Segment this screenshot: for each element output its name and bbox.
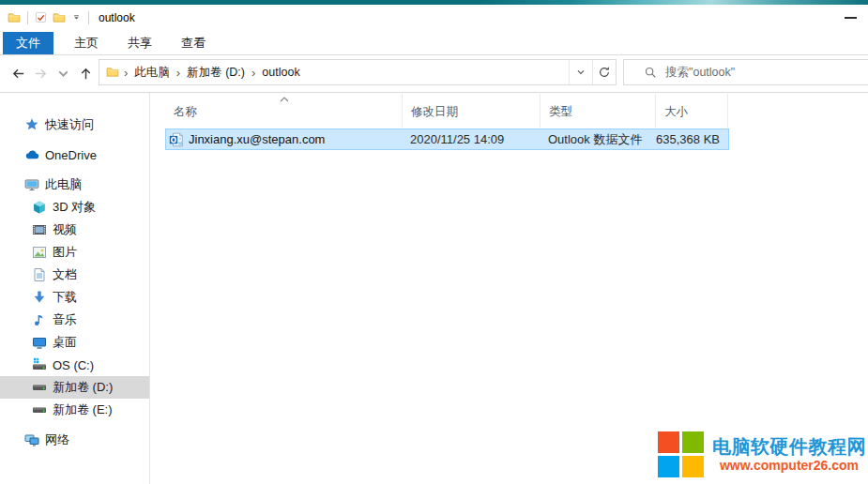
outlook-data-file-icon	[169, 132, 184, 147]
address-dropdown-button[interactable]	[570, 60, 592, 84]
sidebar-item-label: 文档	[53, 266, 77, 283]
up-arrow-icon	[78, 66, 94, 82]
sidebar-item-label: 快速访问	[45, 116, 94, 133]
watermark: 电脑软硬件教程网 www.computer26.com	[658, 431, 866, 477]
separator	[27, 11, 28, 24]
breadcrumb-separator: ›	[247, 66, 260, 80]
sidebar-item-label: OneDrive	[45, 148, 97, 162]
search-icon	[644, 66, 657, 79]
sidebar-item-desktop[interactable]: 桌面	[0, 331, 149, 354]
drive-icon	[32, 402, 47, 417]
sidebar-item-quick-access[interactable]: 快速访问	[0, 113, 149, 136]
sidebar-item-videos[interactable]: 视频	[0, 219, 149, 241]
sidebar-item-new-volume-e[interactable]: 新加卷 (E:)	[0, 399, 149, 421]
minimize-button[interactable]	[836, 8, 864, 27]
properties-check-button[interactable]	[32, 11, 50, 23]
column-header-size[interactable]: 大小	[655, 94, 728, 128]
breadcrumb-separator: ›	[172, 66, 185, 80]
sidebar-item-onedrive[interactable]: OneDrive	[0, 144, 149, 166]
recent-chevron-icon	[55, 66, 71, 82]
forward-button[interactable]	[29, 62, 52, 86]
column-header-date[interactable]: 修改日期	[402, 94, 540, 128]
sidebar-item-label: 下载	[53, 289, 77, 306]
downloads-icon	[32, 290, 47, 305]
sidebar-item-os-c-drive[interactable]: OS (C:)	[0, 354, 149, 376]
sidebar-item-downloads[interactable]: 下载	[0, 286, 149, 309]
onedrive-cloud-icon	[24, 147, 39, 162]
windows-logo	[658, 431, 704, 477]
navigation-toolbar: ›此电脑›新加卷 (D:)›outlook 搜索"outlook"	[0, 55, 868, 93]
music-icon	[32, 312, 47, 327]
breadcrumb-segment[interactable]: 新加卷 (D:)	[185, 65, 247, 81]
windows-logo-square-bottom-right	[682, 456, 704, 477]
minimize-icon	[845, 17, 857, 19]
file-name: Jinxiang.xu@stepan.com	[189, 132, 325, 146]
address-bar[interactable]: ›此电脑›新加卷 (D:)›outlook	[99, 59, 617, 85]
qat-chevron-down-button[interactable]	[69, 12, 84, 23]
column-header-row: 名称修改日期类型大小	[165, 94, 728, 128]
sidebar-item-label: 新加卷 (E:)	[53, 401, 113, 418]
watermark-url: www.computer26.com	[712, 458, 866, 473]
sidebar-item-label: OS (C:)	[53, 358, 94, 372]
navigation-pane: 快速访问OneDrive此电脑3D 对象视频图片文档下载音乐桌面OS (C:)新…	[0, 93, 150, 484]
explorer-folder-button[interactable]	[5, 11, 23, 24]
up-button[interactable]	[74, 62, 97, 86]
window-body: 快速访问OneDrive此电脑3D 对象视频图片文档下载音乐桌面OS (C:)新…	[0, 93, 868, 484]
sidebar-item-network[interactable]: 网络	[0, 429, 149, 451]
nav-buttons	[7, 55, 97, 92]
this-pc-icon	[24, 177, 39, 192]
new-folder-icon	[53, 11, 66, 24]
sort-ascending-icon[interactable]	[279, 96, 290, 103]
forward-arrow-icon	[33, 66, 49, 82]
breadcrumb-segment[interactable]: outlook	[260, 66, 301, 79]
windows-logo-square-bottom-left	[658, 456, 679, 477]
recent-locations-button[interactable]	[52, 62, 74, 86]
tab-share[interactable]: 共享	[119, 32, 160, 54]
sidebar-item-label: 此电脑	[45, 176, 82, 193]
folder-icon	[106, 66, 119, 79]
separator	[88, 11, 89, 24]
sidebar-item-new-volume-d[interactable]: 新加卷 (D:)	[0, 376, 149, 399]
qat-chevron-down-icon	[71, 12, 82, 23]
sidebar-item-label: 网络	[45, 431, 69, 448]
file-date: 2020/11/25 14:09	[402, 132, 540, 146]
back-button[interactable]	[7, 62, 29, 86]
back-arrow-icon	[10, 66, 26, 82]
sidebar-item-label: 新加卷 (D:)	[53, 379, 113, 396]
new-folder-button[interactable]	[50, 11, 69, 24]
sidebar-item-label: 音乐	[53, 311, 77, 328]
watermark-text: 电脑软硬件教程网 www.computer26.com	[712, 436, 866, 473]
watermark-site-name: 电脑软硬件教程网	[712, 436, 866, 457]
window-title: outlook	[99, 11, 135, 24]
refresh-icon	[598, 66, 611, 79]
tab-home[interactable]: 主页	[66, 32, 107, 54]
sidebar-item-music[interactable]: 音乐	[0, 309, 149, 331]
chevron-down-icon	[574, 66, 587, 79]
sidebar-item-label: 3D 对象	[53, 199, 96, 216]
sidebar-item-3d-objects[interactable]: 3D 对象	[0, 196, 149, 219]
breadcrumb-segment[interactable]: 此电脑	[132, 65, 172, 81]
tab-file[interactable]: 文件	[3, 32, 53, 54]
pictures-icon	[32, 245, 47, 260]
desktop-icon	[32, 335, 47, 350]
refresh-button[interactable]	[593, 60, 616, 84]
file-type: Outlook 数据文件	[540, 131, 655, 148]
quick-access-star-icon	[24, 117, 39, 132]
quick-access-toolbar	[5, 11, 93, 24]
3d-objects-icon	[32, 200, 47, 215]
tab-view[interactable]: 查看	[173, 32, 214, 54]
sidebar-item-label: 视频	[53, 221, 77, 238]
file-list-area: 名称修改日期类型大小 Jinxiang.xu@stepan.com2020/11…	[151, 93, 868, 484]
column-header-type[interactable]: 类型	[540, 94, 655, 128]
file-size: 635,368 KB	[655, 132, 726, 146]
explorer-folder-icon	[8, 11, 21, 24]
network-icon	[24, 432, 39, 447]
search-input[interactable]: 搜索"outlook"	[623, 59, 868, 85]
title-bar: outlook	[0, 5, 868, 30]
sidebar-item-documents[interactable]: 文档	[0, 264, 149, 286]
os-drive-icon	[32, 357, 47, 372]
file-row[interactable]: Jinxiang.xu@stepan.com2020/11/25 14:09Ou…	[165, 129, 729, 150]
sidebar-item-this-pc[interactable]: 此电脑	[0, 174, 149, 196]
sidebar-item-pictures[interactable]: 图片	[0, 241, 149, 264]
documents-icon	[32, 267, 47, 282]
